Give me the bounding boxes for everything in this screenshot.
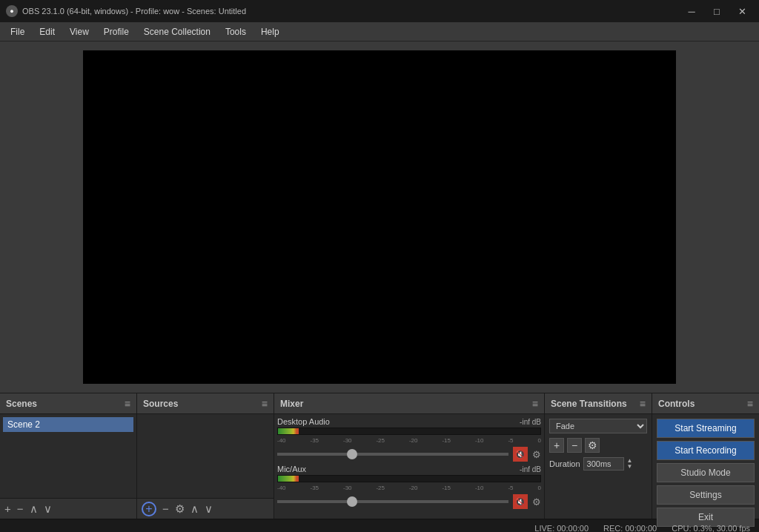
transition-controls: + − ⚙	[549, 438, 647, 453]
volume-slider-desktop[interactable]	[277, 453, 508, 456]
close-button[interactable]: ✕	[731, 4, 753, 19]
scenes-footer: + − ∧ ∨	[0, 498, 136, 519]
sources-footer: + − ⚙ ∧ ∨	[137, 498, 274, 519]
titlebar: ● OBS 23.1.0 (64-bit, windows) - Profile…	[0, 0, 759, 22]
duration-label: Duration	[549, 459, 580, 468]
rec-status: REC: 00:00:00	[603, 524, 657, 533]
duration-row: Duration ▲ ▼	[549, 457, 647, 471]
scenes-panel-title: Scenes	[6, 399, 37, 409]
sources-list	[137, 414, 274, 498]
sources-panel-header: Sources ≡	[137, 393, 274, 414]
bottom-panels: Scenes ≡ Scene 2 + − ∧ ∨ Sources ≡ + − ⚙…	[0, 393, 759, 519]
mixer-track-header: Desktop Audio -inf dB	[277, 417, 541, 426]
track-name-mic: Mic/Aux	[277, 465, 306, 473]
menu-file[interactable]: File	[3, 25, 32, 39]
preview-container	[0, 41, 759, 393]
scenes-panel-header: Scenes ≡	[0, 393, 136, 414]
settings-icon-mic[interactable]: ⚙	[532, 496, 541, 508]
live-status: LIVE: 00:00:00	[534, 524, 589, 533]
spin-down-button[interactable]: ▼	[627, 464, 633, 470]
titlebar-title: OBS 23.1.0 (64-bit, windows) - Profile: …	[22, 7, 246, 16]
menu-profile[interactable]: Profile	[96, 25, 136, 39]
sources-panel-title: Sources	[143, 399, 178, 409]
meter-labels-mic: -40-35-30-25-20-15-10-50	[277, 485, 541, 491]
scene-item[interactable]: Scene 2	[3, 417, 133, 432]
app-icon: ●	[6, 5, 18, 17]
menu-edit[interactable]: Edit	[32, 25, 62, 39]
transition-remove-button[interactable]: −	[567, 438, 582, 453]
mute-button-desktop[interactable]: 🔇	[513, 447, 528, 462]
meter-bar-mic	[277, 475, 541, 482]
minimize-button[interactable]: ─	[680, 4, 703, 19]
scenes-panel-menu-icon[interactable]: ≡	[125, 398, 130, 410]
menu-view[interactable]: View	[62, 25, 96, 39]
mixer-track-mic: Mic/Aux -inf dB -40-35-30-25-20-15-10-50…	[277, 465, 541, 509]
cpu-status: CPU: 0.3%, 30.00 fps	[672, 524, 750, 533]
controls-panel-menu-icon[interactable]: ≡	[747, 398, 753, 410]
transition-select[interactable]: Fade Cut	[549, 419, 647, 433]
track-db-mic: -inf dB	[520, 465, 541, 473]
duration-spinner: ▲ ▼	[627, 458, 633, 470]
transition-settings-button[interactable]: ⚙	[585, 438, 600, 453]
statusbar: LIVE: 00:00:00 REC: 00:00:00 CPU: 0.3%, …	[0, 519, 759, 532]
meter-bar-desktop	[277, 428, 541, 435]
transitions-panel: Scene Transitions ≡ Fade Cut + − ⚙ Durat…	[545, 393, 652, 519]
volume-slider-mic[interactable]	[277, 500, 508, 503]
mixer-panel: Mixer ≡ Desktop Audio -inf dB -40-35-30-…	[274, 393, 545, 519]
controls-panel-title: Controls	[658, 399, 695, 409]
scenes-remove-button[interactable]: −	[17, 503, 24, 514]
sources-panel-menu-icon[interactable]: ≡	[262, 398, 268, 410]
scenes-panel: Scenes ≡ Scene 2 + − ∧ ∨	[0, 393, 137, 519]
sources-add-button[interactable]: +	[142, 502, 156, 516]
volume-thumb-mic[interactable]	[347, 496, 357, 507]
scenes-add-button[interactable]: +	[4, 503, 11, 514]
meter-labels-desktop: -40-35-30-25-20-15-10-50	[277, 437, 541, 444]
mixer-panel-title: Mixer	[280, 399, 303, 409]
mixer-track-header-mic: Mic/Aux -inf dB	[277, 465, 541, 473]
meter-fill-mic	[278, 476, 299, 482]
controls-panel: Controls ≡ Start Streaming Start Recordi…	[652, 393, 759, 519]
track-db-desktop: -inf dB	[520, 418, 541, 426]
titlebar-controls: ─ □ ✕	[680, 4, 753, 19]
menu-scene-collection[interactable]: Scene Collection	[136, 25, 218, 39]
sources-move-up-button[interactable]: ∧	[190, 503, 199, 514]
preview-canvas	[83, 50, 676, 384]
mute-button-mic[interactable]: 🔇	[513, 494, 528, 509]
transitions-panel-menu-icon[interactable]: ≡	[640, 398, 646, 410]
controls-content: Start Streaming Start Recording Studio M…	[652, 414, 759, 531]
sources-panel: Sources ≡ + − ⚙ ∧ ∨	[137, 393, 274, 519]
studio-mode-button[interactable]: Studio Mode	[657, 463, 755, 482]
mixer-controls-mic: 🔇 ⚙	[277, 494, 541, 509]
mixer-track-desktop: Desktop Audio -inf dB -40-35-30-25-20-15…	[277, 417, 541, 462]
transitions-content: Fade Cut + − ⚙ Duration ▲ ▼	[545, 414, 652, 519]
scenes-list: Scene 2	[0, 414, 136, 498]
sources-remove-button[interactable]: −	[162, 503, 169, 514]
titlebar-left: ● OBS 23.1.0 (64-bit, windows) - Profile…	[6, 5, 246, 17]
mixer-controls-desktop: 🔇 ⚙	[277, 447, 541, 462]
sources-move-down-button[interactable]: ∨	[205, 503, 213, 514]
settings-icon-desktop[interactable]: ⚙	[532, 449, 541, 460]
mixer-panel-header: Mixer ≡	[274, 393, 544, 414]
maximize-button[interactable]: □	[706, 4, 728, 19]
start-streaming-button[interactable]: Start Streaming	[657, 419, 755, 438]
duration-input[interactable]	[583, 457, 624, 471]
transition-add-button[interactable]: +	[549, 438, 564, 453]
volume-thumb-desktop[interactable]	[347, 449, 357, 459]
settings-button[interactable]: Settings	[657, 485, 755, 505]
menu-tools[interactable]: Tools	[218, 25, 253, 39]
transitions-panel-title: Scene Transitions	[551, 399, 627, 409]
menu-help[interactable]: Help	[253, 25, 287, 39]
controls-panel-header: Controls ≡	[652, 393, 759, 414]
mixer-content: Desktop Audio -inf dB -40-35-30-25-20-15…	[274, 414, 544, 519]
sources-settings-button[interactable]: ⚙	[175, 503, 185, 514]
scenes-move-down-button[interactable]: ∨	[44, 503, 52, 514]
track-name-desktop: Desktop Audio	[277, 417, 330, 426]
transitions-panel-header: Scene Transitions ≡	[545, 393, 652, 414]
meter-fill-desktop	[278, 428, 299, 434]
menubar: File Edit View Profile Scene Collection …	[0, 22, 759, 41]
mixer-panel-menu-icon[interactable]: ≡	[532, 398, 538, 410]
scenes-move-up-button[interactable]: ∧	[30, 503, 38, 514]
start-recording-button[interactable]: Start Recording	[657, 441, 755, 460]
